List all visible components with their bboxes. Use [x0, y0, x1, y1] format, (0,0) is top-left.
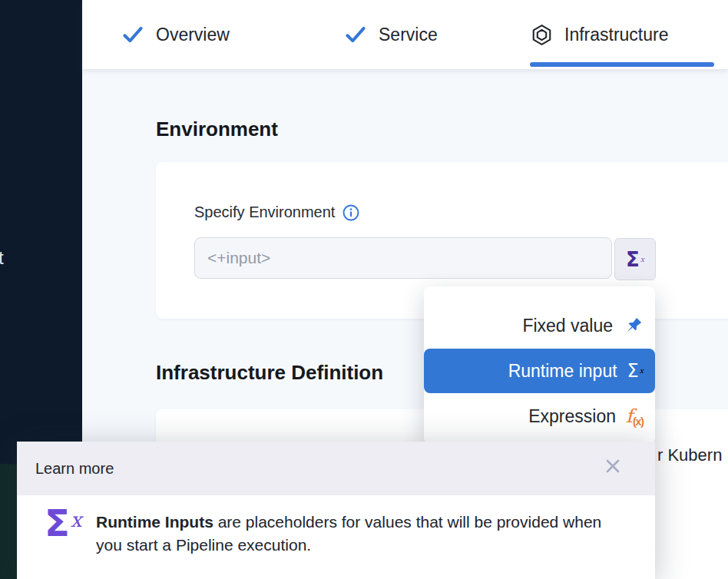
learn-more-text-bold: Runtime Inputs	[96, 513, 213, 531]
environment-heading: Environment	[156, 117, 278, 141]
sigma-x-icon: Σx	[626, 248, 644, 271]
learn-more-title: Learn more	[35, 442, 114, 495]
tab-service[interactable]: Service	[344, 0, 438, 69]
menu-item-expression[interactable]: Expression f(x)	[424, 394, 655, 438]
infrastructure-hexagon-icon	[531, 24, 553, 46]
specify-environment-label-row: Specify Environment	[194, 203, 359, 221]
tab-overview[interactable]: Overview	[121, 0, 230, 69]
expression-label: Expression	[528, 406, 616, 427]
learn-more-header: Learn more	[17, 442, 655, 495]
fixed-value-label: Fixed value	[522, 316, 613, 336]
sigma-x-icon: Σx	[627, 360, 644, 382]
infrastructure-definition-heading: Infrastructure Definition	[156, 361, 383, 385]
fx-icon: f(x)	[626, 405, 644, 428]
runtime-input-label: Runtime input	[508, 361, 617, 382]
tab-service-label: Service	[379, 25, 438, 45]
app-root: t Overview Service Infrastructure Enviro…	[0, 0, 728, 579]
tab-infrastructure[interactable]: Infrastructure	[531, 0, 669, 69]
sigma-x-icon: Σx	[45, 501, 81, 544]
value-type-dropdown-menu: Fixed value Runtime input Σx Expression …	[424, 286, 655, 444]
tab-overview-label: Overview	[156, 25, 230, 45]
tab-infrastructure-label: Infrastructure	[564, 25, 669, 45]
clipped-kubernetes-text: r Kubern	[657, 445, 722, 465]
active-tab-underline	[530, 62, 714, 67]
specify-environment-label: Specify Environment	[194, 203, 335, 221]
pin-icon	[623, 316, 644, 336]
menu-item-fixed-value[interactable]: Fixed value	[424, 303, 655, 348]
learn-more-body: Σx Runtime Inputs are placeholders for v…	[17, 495, 655, 579]
check-icon	[121, 23, 144, 46]
learn-more-popup: Learn more Σx Runtime Inputs are placeho…	[17, 442, 655, 579]
learn-more-text: Runtime Inputs are placeholders for valu…	[96, 511, 603, 557]
sidebar-clipped-text: t	[0, 247, 4, 269]
menu-item-runtime-input[interactable]: Runtime input Σx	[424, 349, 655, 393]
close-icon[interactable]	[604, 458, 621, 475]
runtime-input-type-button[interactable]: Σx	[614, 238, 656, 280]
stage-tab-bar: Overview Service Infrastructure	[82, 0, 728, 69]
check-icon	[344, 23, 367, 46]
environment-input[interactable]	[194, 237, 612, 279]
info-icon[interactable]	[342, 204, 359, 221]
